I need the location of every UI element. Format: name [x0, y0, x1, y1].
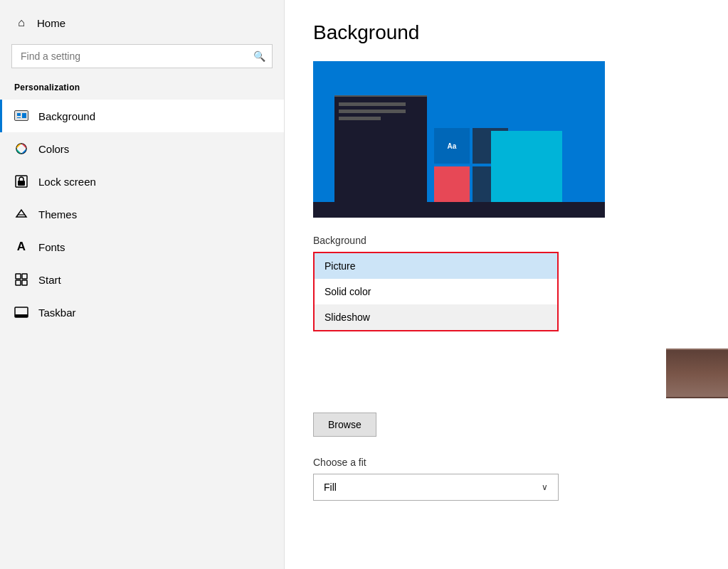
- bg-dropdown-label: Background: [313, 235, 700, 246]
- colors-icon: [14, 142, 28, 156]
- sidebar-taskbar-label: Taskbar: [38, 307, 76, 319]
- svg-rect-10: [16, 274, 21, 279]
- preview-taskbar: [313, 202, 605, 218]
- preview-desktop-bg: Aa: [313, 61, 605, 218]
- sidebar-item-colors[interactable]: Colors: [0, 132, 284, 165]
- sidebar-item-themes[interactable]: Themes: [0, 198, 284, 230]
- search-container: 🔍: [11, 44, 273, 68]
- svg-rect-2: [17, 113, 21, 116]
- sidebar-background-label: Background: [38, 110, 95, 122]
- svg-rect-13: [22, 280, 27, 285]
- preview-window-lines: [334, 97, 427, 129]
- home-icon: ⌂: [14, 16, 28, 30]
- themes-icon: [14, 207, 28, 221]
- background-icon: [14, 109, 28, 123]
- preview-large-tile: [491, 131, 562, 202]
- dropdown-option-picture[interactable]: Picture: [315, 253, 557, 279]
- sidebar-colors-label: Colors: [38, 143, 69, 155]
- background-dropdown[interactable]: Picture Solid color Slideshow: [313, 252, 559, 331]
- fit-dropdown[interactable]: Fill ∨: [313, 474, 559, 501]
- sidebar-start-label: Start: [38, 274, 61, 286]
- svg-rect-12: [16, 280, 21, 285]
- page-title: Background: [313, 21, 700, 44]
- section-title: Personalization: [0, 80, 284, 100]
- start-icon: [14, 272, 28, 287]
- svg-rect-4: [17, 117, 21, 118]
- thumbnails-row: [313, 349, 662, 398]
- sidebar-item-background[interactable]: Background: [0, 100, 284, 132]
- preview-tile-aa: Aa: [434, 128, 470, 164]
- preview-line-1: [339, 102, 406, 106]
- svg-point-6: [19, 147, 23, 151]
- taskbar-icon: [14, 305, 28, 319]
- home-label: Home: [37, 17, 65, 29]
- thumbnail-2[interactable]: [666, 349, 728, 398]
- sidebar-item-taskbar[interactable]: Taskbar: [0, 296, 284, 329]
- thumbnail-1[interactable]: [313, 349, 662, 351]
- preview-tile-3: [434, 166, 470, 202]
- search-icon: 🔍: [253, 50, 265, 62]
- preview-window: [334, 95, 427, 202]
- search-input[interactable]: [11, 44, 273, 68]
- preview-line-3: [339, 117, 381, 120]
- sidebar: ⌂ Home 🔍 Personalization Background: [0, 0, 285, 569]
- lock-screen-icon: [14, 174, 28, 188]
- sidebar-item-start[interactable]: Start: [0, 263, 284, 296]
- sidebar-lock-screen-label: Lock screen: [38, 176, 96, 188]
- sidebar-themes-label: Themes: [38, 208, 77, 220]
- main-content: Background Aa Background Pic: [285, 0, 728, 569]
- sidebar-fonts-label: Fonts: [38, 241, 65, 253]
- chevron-down-icon: ∨: [542, 482, 548, 492]
- fit-dropdown-value: Fill: [324, 482, 337, 493]
- sidebar-item-lock-screen[interactable]: Lock screen: [0, 165, 284, 198]
- svg-rect-11: [22, 274, 27, 279]
- fonts-icon: A: [14, 240, 28, 254]
- preview-line-2: [339, 110, 406, 113]
- browse-button[interactable]: Browse: [313, 413, 376, 437]
- fit-label: Choose a fit: [313, 457, 700, 468]
- svg-rect-8: [18, 181, 25, 186]
- sidebar-item-home[interactable]: ⌂ Home: [0, 7, 284, 38]
- sidebar-item-fonts[interactable]: A Fonts: [0, 230, 284, 263]
- svg-rect-15: [15, 314, 28, 317]
- dropdown-option-slideshow[interactable]: Slideshow: [315, 304, 557, 330]
- dropdown-option-solid-color[interactable]: Solid color: [315, 279, 557, 304]
- svg-rect-3: [22, 113, 26, 118]
- desktop-preview: Aa: [313, 61, 605, 218]
